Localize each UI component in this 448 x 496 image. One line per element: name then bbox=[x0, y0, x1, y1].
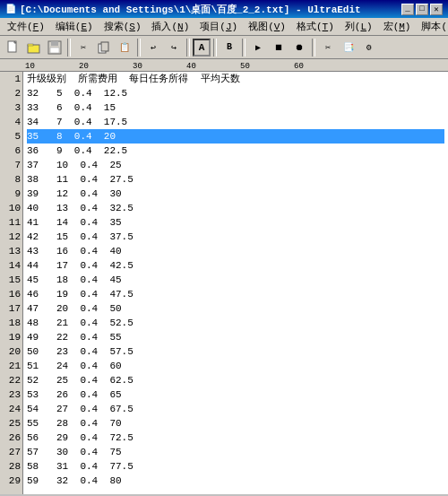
line-number-8: 8 bbox=[2, 172, 21, 187]
ruler-mark-50: 50 bbox=[240, 62, 250, 71]
btn2[interactable]: ⏹ bbox=[269, 39, 289, 57]
line-number-26: 26 bbox=[2, 431, 21, 445]
text-line-16: 46 19 0.4 47.5 bbox=[27, 287, 444, 301]
line-number-11: 11 bbox=[2, 215, 21, 230]
line-number-23: 23 bbox=[2, 387, 21, 402]
text-line-19: 49 22 0.4 55 bbox=[27, 330, 444, 344]
line-number-10: 10 bbox=[2, 201, 21, 215]
menu-edit[interactable]: 编辑(E) bbox=[50, 18, 99, 35]
line-number-15: 15 bbox=[2, 273, 21, 287]
line-number-24: 24 bbox=[2, 402, 21, 416]
line-numbers: 1234567891011121314151617181920212223242… bbox=[0, 72, 23, 494]
line-number-13: 13 bbox=[2, 244, 21, 258]
text-line-20: 50 23 0.4 57.5 bbox=[27, 344, 444, 359]
text-line-24: 54 27 0.4 67.5 bbox=[27, 402, 444, 416]
line-number-27: 27 bbox=[2, 445, 21, 459]
menu-insert[interactable]: 插入(N) bbox=[146, 18, 194, 35]
btn3[interactable]: ⏺ bbox=[289, 39, 309, 57]
toolbar-separator-2 bbox=[137, 39, 141, 57]
menu-macro[interactable]: 宏(M) bbox=[378, 18, 417, 35]
line-number-28: 28 bbox=[2, 459, 21, 474]
ruler-mark-40: 40 bbox=[186, 62, 196, 71]
btn6[interactable]: ⚙ bbox=[359, 39, 379, 57]
maximize-button[interactable]: □ bbox=[416, 4, 428, 15]
title-bar-buttons: _ □ ✕ bbox=[401, 4, 443, 15]
ruler-mark-20: 20 bbox=[79, 62, 89, 71]
minimize-button[interactable]: _ bbox=[401, 4, 414, 15]
menu-file[interactable]: 文件(F) bbox=[2, 18, 50, 35]
menu-format[interactable]: 格式(T) bbox=[291, 18, 340, 35]
text-line-8: 38 11 0.4 27.5 bbox=[27, 172, 444, 187]
paste-button[interactable]: 📋 bbox=[115, 39, 134, 57]
text-line-14: 44 17 0.4 42.5 bbox=[27, 258, 444, 273]
toolbar: ✂ 📋 ↩ ↪ A B ▶ ⏹ ⏺ ✂ 📑 ⚙ bbox=[0, 36, 448, 59]
ruler-mark-30: 30 bbox=[133, 62, 142, 71]
line-number-19: 19 bbox=[2, 330, 21, 344]
text-line-6: 36 9 0.4 22.5 bbox=[27, 144, 444, 158]
line-number-20: 20 bbox=[2, 344, 21, 359]
text-line-10: 40 13 0.4 32.5 bbox=[27, 201, 444, 215]
line-number-12: 12 bbox=[2, 230, 21, 244]
line-number-29: 29 bbox=[2, 474, 21, 488]
line-number-17: 17 bbox=[2, 301, 21, 316]
toolbar-separator-4 bbox=[213, 39, 217, 57]
line-number-22: 22 bbox=[2, 373, 21, 387]
toolbar-separator-1 bbox=[67, 39, 71, 57]
text-line-5: 35 8 0.4 20 bbox=[27, 129, 444, 144]
app-icon: 📄 bbox=[5, 4, 16, 14]
line-number-21: 21 bbox=[2, 359, 21, 373]
editor-scroll[interactable]: 升级级别 所需费用 每日任务所得 平均天数32 5 0.4 12.533 6 0… bbox=[23, 72, 448, 494]
svg-rect-5 bbox=[51, 41, 58, 46]
text-line-25: 55 28 0.4 70 bbox=[27, 416, 444, 431]
close-button[interactable]: ✕ bbox=[430, 4, 443, 15]
text-content[interactable]: 升级级别 所需费用 每日任务所得 平均天数32 5 0.4 12.533 6 0… bbox=[23, 72, 448, 494]
line-number-25: 25 bbox=[2, 416, 21, 431]
find-button[interactable]: A bbox=[193, 39, 211, 57]
toolbar-separator-3 bbox=[186, 39, 190, 57]
copy-button[interactable] bbox=[94, 39, 114, 57]
new-button[interactable] bbox=[4, 39, 23, 57]
text-line-3: 33 6 0.4 15 bbox=[27, 100, 444, 115]
text-line-15: 45 18 0.4 45 bbox=[27, 273, 444, 287]
text-line-29: 59 32 0.4 80 bbox=[27, 474, 444, 488]
text-line-22: 52 25 0.4 62.5 bbox=[27, 373, 444, 387]
undo-button[interactable]: ↩ bbox=[143, 39, 163, 57]
line-number-18: 18 bbox=[2, 316, 21, 330]
open-button[interactable] bbox=[24, 39, 44, 57]
text-line-17: 47 20 0.4 50 bbox=[27, 301, 444, 316]
editor: 1234567891011121314151617181920212223242… bbox=[0, 72, 448, 494]
menu-search[interactable]: 搜索(S) bbox=[99, 18, 147, 35]
line-number-3: 3 bbox=[2, 100, 21, 115]
btn5[interactable]: 📑 bbox=[339, 39, 358, 57]
save-button[interactable] bbox=[45, 39, 65, 57]
text-line-9: 39 12 0.4 30 bbox=[27, 187, 444, 201]
btn1[interactable]: ▶ bbox=[248, 39, 268, 57]
title-bar-left: 📄 [C:\Documents and Settings\1\桌面\百度_2_2… bbox=[5, 3, 361, 16]
ruler-mark-60: 60 bbox=[294, 62, 304, 71]
toolbar-separator-6 bbox=[312, 39, 315, 57]
cut-button[interactable]: ✂ bbox=[73, 39, 93, 57]
line-number-9: 9 bbox=[2, 187, 21, 201]
svg-rect-2 bbox=[28, 45, 39, 53]
text-line-21: 51 24 0.4 60 bbox=[27, 359, 444, 373]
text-line-23: 53 26 0.4 65 bbox=[27, 387, 444, 402]
redo-button[interactable]: ↪ bbox=[164, 39, 184, 57]
text-line-26: 56 29 0.4 72.5 bbox=[27, 431, 444, 445]
text-line-4: 34 7 0.4 17.5 bbox=[27, 115, 444, 129]
line-number-5: 5 bbox=[2, 129, 21, 144]
bold-button[interactable]: B bbox=[220, 39, 239, 57]
text-line-7: 37 10 0.4 25 bbox=[27, 158, 444, 172]
svg-rect-6 bbox=[50, 48, 59, 53]
btn4[interactable]: ✂ bbox=[318, 39, 338, 57]
menu-view[interactable]: 视图(V) bbox=[243, 18, 291, 35]
svg-rect-3 bbox=[28, 44, 33, 46]
svg-rect-8 bbox=[101, 42, 108, 51]
text-line-13: 43 16 0.4 40 bbox=[27, 244, 444, 258]
menu-project[interactable]: 项目(J) bbox=[194, 18, 243, 35]
menu-script[interactable]: 脚本( bbox=[416, 18, 448, 35]
toolbar-separator-5 bbox=[242, 39, 246, 57]
text-line-2: 32 5 0.4 12.5 bbox=[27, 86, 444, 100]
title-bar: 📄 [C:\Documents and Settings\1\桌面\百度_2_2… bbox=[0, 0, 448, 18]
text-line-27: 57 30 0.4 75 bbox=[27, 445, 444, 459]
menu-column[interactable]: 列(L) bbox=[340, 18, 378, 35]
